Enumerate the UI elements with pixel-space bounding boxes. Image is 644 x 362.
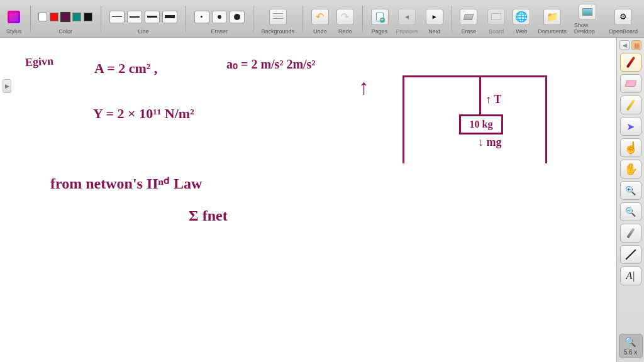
erase-icon[interactable]	[460, 9, 477, 25]
hand-pan-icon[interactable]: ✋	[620, 160, 641, 178]
color-teal[interactable]	[72, 13, 81, 21]
tool-group-web[interactable]: 🌐 Web	[510, 2, 533, 36]
web-label: Web	[516, 28, 527, 35]
pages-icon[interactable]: +	[371, 9, 389, 25]
separator	[101, 6, 101, 32]
board-label: Board	[489, 28, 504, 35]
text-tool-icon[interactable]: A|	[620, 266, 641, 285]
showdesktop-icon[interactable]	[579, 4, 596, 20]
separator	[253, 6, 253, 32]
color-black[interactable]	[84, 13, 92, 21]
eraser-md[interactable]	[212, 11, 227, 23]
stylus-icon[interactable]	[8, 11, 20, 23]
next-icon[interactable]: ►	[426, 9, 443, 25]
tool-group-showdesktop[interactable]: Show Desktop	[572, 2, 604, 36]
tool-group-line: Line	[107, 2, 180, 36]
documents-icon[interactable]: 📁	[543, 9, 561, 25]
undo-label: Undo	[313, 28, 327, 35]
color-swatches	[38, 7, 92, 27]
tool-group-documents[interactable]: 📁 Documents	[535, 2, 569, 36]
tool-group-erasersize: Eraser	[192, 2, 247, 36]
ink-gamma: Y = 2 × 10¹¹ N/m²	[93, 106, 194, 122]
tool-group-erase[interactable]: Erase	[457, 2, 480, 36]
tool-group-stylus: Stylus	[4, 2, 25, 36]
eraser-lg[interactable]	[230, 11, 245, 23]
ink-given: Egivn	[25, 55, 53, 69]
board-icon[interactable]	[487, 9, 505, 25]
zoom-value: 5.6 x	[624, 349, 638, 356]
color-white[interactable]	[38, 13, 47, 21]
color-red[interactable]	[50, 13, 58, 21]
laser-tool-icon[interactable]	[620, 224, 641, 243]
erase-label: Erase	[462, 28, 477, 35]
ink-mg: ↓ mg	[478, 136, 502, 149]
separator	[452, 6, 452, 32]
line-label: Line	[138, 28, 149, 35]
backgrounds-icon[interactable]	[269, 9, 287, 25]
tool-group-color: Color	[36, 2, 95, 36]
pen-tool-icon[interactable]	[620, 53, 641, 72]
side-grid-icon[interactable]: ▦	[631, 40, 641, 50]
hand-point-icon[interactable]: ☝	[620, 138, 641, 157]
showdesktop-label: Show Desktop	[574, 22, 601, 35]
openboard-label: OpenBoard	[609, 28, 638, 35]
tool-group-redo[interactable]: ↷ Redo	[334, 2, 357, 36]
pages-label: Pages	[372, 28, 388, 35]
tool-group-previous[interactable]: ◄ Previous	[394, 2, 421, 36]
openboard-icon[interactable]: ⚙	[614, 9, 632, 25]
tool-group-backgrounds[interactable]: Backgrounds	[259, 2, 297, 36]
zoom-out-icon[interactable]: 🔍−	[620, 202, 641, 221]
line-thick[interactable]	[145, 11, 160, 23]
stylus-label: Stylus	[6, 28, 22, 35]
previous-label: Previous	[396, 28, 418, 35]
line-med[interactable]	[127, 11, 142, 23]
separator	[30, 6, 31, 32]
side-collapse[interactable]: ◀	[619, 40, 630, 50]
zoom-in-icon[interactable]: 🔍+	[620, 181, 641, 200]
eraser-label: Eraser	[211, 28, 228, 35]
undo-icon[interactable]: ↶	[311, 9, 329, 25]
ink-area: A = 2 cm² ,	[94, 60, 157, 77]
zoom-mag-icon: 🔍	[625, 336, 636, 348]
ink-mass-label: 10 kg	[470, 119, 493, 130]
ink-sumline: Σ fnet	[189, 207, 228, 224]
eraser-tool-icon[interactable]	[620, 74, 641, 93]
ink-T: ↑ T	[486, 93, 501, 106]
ink-lawline: from netwon's IIⁿᵈ Law	[50, 175, 202, 192]
color-maroon[interactable]	[61, 13, 70, 21]
backgrounds-label: Backgrounds	[262, 28, 295, 35]
ink-mass-box: 10 kg	[459, 114, 503, 134]
highlighter-tool-icon[interactable]	[620, 96, 641, 114]
web-icon[interactable]: 🌐	[513, 9, 530, 25]
line-tool-icon[interactable]	[620, 245, 641, 264]
whiteboard-canvas[interactable]: ▶ Egivn A = 2 cm² , a₀ = 2 m/s² 2m/s² ↑ …	[0, 38, 616, 362]
zoom-indicator[interactable]: 🔍 5.6 x	[619, 334, 643, 358]
documents-label: Documents	[538, 28, 567, 35]
separator	[362, 6, 363, 32]
pointer-tool-icon[interactable]: ➤	[620, 117, 641, 136]
side-toolbar: ◀ ▦ ➤ ☝ ✋ 🔍+ 🔍− A| 🔍 5.6 x	[616, 38, 644, 362]
color-label: Color	[59, 28, 73, 35]
tool-group-undo[interactable]: ↶ Undo	[309, 2, 331, 36]
ink-big-arrow: ↑	[358, 75, 369, 99]
top-toolbar: Stylus Color Line Eraser	[0, 0, 644, 38]
tool-group-next[interactable]: ► Next	[423, 2, 446, 36]
left-panel-toggle[interactable]: ▶	[3, 79, 11, 93]
line-thin[interactable]	[109, 11, 125, 23]
next-label: Next	[428, 28, 440, 35]
tool-group-board[interactable]: Board	[485, 2, 508, 36]
separator	[186, 6, 186, 32]
eraser-sm[interactable]	[194, 11, 209, 23]
tool-group-openboard[interactable]: ⚙ OpenBoard	[606, 2, 640, 36]
redo-label: Redo	[338, 28, 352, 35]
redo-icon[interactable]: ↷	[336, 9, 354, 25]
previous-icon[interactable]: ◄	[398, 9, 416, 25]
ink-a0: a₀ = 2 m/s² 2m/s²	[226, 57, 315, 72]
separator	[303, 6, 303, 32]
ink-rope	[479, 77, 481, 114]
line-xthick[interactable]	[162, 11, 177, 23]
tool-group-pages[interactable]: + Pages	[369, 2, 391, 36]
